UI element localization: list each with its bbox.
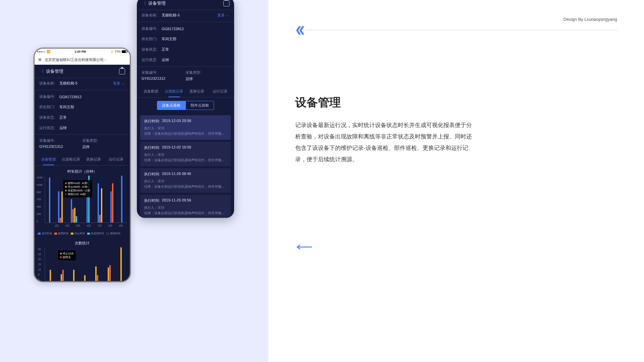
close-icon[interactable]: ✕ — [38, 57, 42, 62]
device-code: GG81723812 — [162, 27, 184, 31]
section-title: 设备管理 — [295, 95, 617, 110]
more-link[interactable]: 更多︿ — [217, 13, 229, 18]
device-run: 运转 — [162, 57, 169, 62]
back-icon[interactable]: 〈 — [39, 68, 44, 74]
chart1-tooltip: 故障410分: 42秒 停止455分: 22秒 未监控200分: 11秒 离线2… — [63, 180, 92, 197]
device-name: 无梭机棉-5 — [59, 81, 77, 86]
double-chevron-icon: ❮❮ — [295, 25, 302, 35]
browser-bar: ✕ 北京宏途创联IU工业云科技有限公司··· — [35, 55, 130, 65]
tab-replace[interactable]: 更换记录 — [185, 85, 209, 97]
device-status: 正常 — [162, 47, 169, 52]
sub-tabs: 设备点巡检 部件点巡检 — [137, 98, 234, 113]
device-name-label: 设备名称: — [39, 81, 59, 86]
home-icon[interactable] — [223, 0, 229, 6]
nav-header-2: 〈 设备管理 — [137, 0, 234, 10]
subtab-device-inspect[interactable]: 设备点巡检 — [157, 101, 185, 110]
tab-device-data[interactable]: 设备数据 — [37, 154, 60, 165]
chart2-title: 次数统计 — [35, 237, 130, 248]
device-code-label: 设备编号: — [142, 26, 162, 31]
phone-mockup-1: 📶 1:20 PM ⚡77% ✕ 北京宏途创联IU工业云科技有限公司··· 〈 … — [34, 48, 131, 282]
inspection-record[interactable]: 执行时间:2019-11-25 09:56执行人：宋洋结果：设备在初运行阶段机器… — [140, 195, 231, 218]
tab-running[interactable]: 运行记录 — [105, 154, 127, 165]
collect-type: 启停 — [82, 144, 125, 149]
device-name-label: 设备名称: — [142, 13, 162, 18]
device-status: 正常 — [59, 115, 67, 120]
tab-running[interactable]: 运行记录 — [209, 85, 232, 97]
mockup-panel: 📶 1:20 PM ⚡77% ✕ 北京宏途创联IU工业云科技有限公司··· 〈 … — [0, 0, 268, 362]
home-icon[interactable] — [119, 68, 125, 74]
chevron-up-icon: ︿ — [121, 81, 125, 86]
tab-inspection[interactable]: 点巡检记录 — [163, 85, 186, 97]
main-tabs-2: 设备数据 点巡检记录 更换记录 运行记录 — [137, 85, 234, 98]
section-description: 记录设备最新运行况，实时统计设备状态时长并生成可视化报表便于分析查验，对设备出现… — [295, 120, 476, 165]
device-dept: 车间五部 — [59, 105, 74, 110]
chart2-tooltip: 停止10次 故障无 — [58, 250, 76, 260]
collect-code: GY612321312 — [142, 76, 185, 80]
page-title: 设备管理 — [148, 0, 166, 6]
status-bar: 📶 1:20 PM ⚡77% — [35, 49, 130, 55]
collect-type: 启停 — [185, 76, 229, 81]
collect-code: GY612321312 — [39, 144, 82, 148]
design-by: Design By Liuxiaoyangyang — [295, 17, 617, 22]
chart1-legend: 运行时长 故障时长 停止时长 未监控时长 离线时长 — [35, 230, 130, 237]
status-battery: ⚡77% — [110, 50, 127, 53]
device-status-label: 设备状态: — [142, 47, 162, 52]
device-name: 无梭机棉-5 — [162, 13, 180, 18]
chart1-title: 时长统计（分钟） — [35, 166, 130, 176]
collect-type-label: 采集类型: — [82, 138, 102, 143]
device-run: 运转 — [59, 125, 67, 130]
device-dept: 车间五部 — [162, 37, 176, 42]
inspection-record[interactable]: 执行时间:2019-12-03 20:58执行人：宋洋结果：设备在初运行阶段机器… — [140, 115, 231, 140]
tab-device-data[interactable]: 设备数据 — [140, 85, 163, 97]
device-code-label: 设备编号: — [39, 94, 59, 99]
collect-type-label: 采集类型: — [185, 70, 206, 75]
inspection-record[interactable]: 执行时间:2019-11-26 08:45执行人：宋洋结果：设备在初运行阶段机器… — [140, 168, 231, 193]
tab-replace[interactable]: 更换记录 — [82, 154, 105, 165]
collect-code-label: 采集编号: — [39, 138, 59, 143]
arrow-left-icon — [295, 241, 312, 252]
device-run-label: 运行状态: — [142, 57, 162, 62]
main-tabs: 设备数据 点巡检记录 更换记录 运行记录 — [35, 154, 130, 166]
duration-chart: 144012009607204802400 故障410分: 42秒 停止455分… — [35, 176, 130, 230]
count-chart: 302520151050 停止10次 故障无 — [35, 248, 130, 281]
subtab-part-inspect[interactable]: 部件点巡检 — [185, 101, 214, 110]
status-time: 1:20 PM — [74, 50, 86, 53]
device-dept-label: 所在部门: — [142, 37, 162, 42]
device-run-label: 运行状态: — [39, 125, 59, 130]
more-link[interactable]: 更多︿ — [113, 81, 125, 86]
tab-inspection[interactable]: 点巡检记录 — [60, 154, 82, 165]
back-icon[interactable]: 〈 — [142, 0, 146, 6]
inspection-record[interactable]: 执行时间:2019-12-02 16:58执行人：宋洋结果：设备在初运行阶段机器… — [140, 142, 231, 166]
page-title: 设备管理 — [46, 68, 63, 74]
chevron-up-icon: ︿ — [226, 13, 229, 18]
device-code: GG81723812 — [59, 95, 82, 99]
browser-title: 北京宏途创联IU工业云科技有限公司··· — [45, 57, 107, 62]
device-status-label: 设备状态: — [39, 115, 59, 120]
collect-code-label: 采集编号: — [142, 70, 162, 75]
phone-mockup-2: 〈 设备管理 设备名称: 无梭机棉-5 更多︿ 设备编号:GG81723812 … — [137, 0, 234, 218]
description-panel: Design By Liuxiaoyangyang ❮❮ 设备管理 记录设备最新… — [268, 0, 644, 362]
status-signal: 📶 — [37, 50, 50, 53]
device-dept-label: 所在部门: — [39, 105, 59, 110]
nav-header: 〈 设备管理 — [35, 65, 130, 78]
divider: ❮❮ — [295, 25, 617, 35]
